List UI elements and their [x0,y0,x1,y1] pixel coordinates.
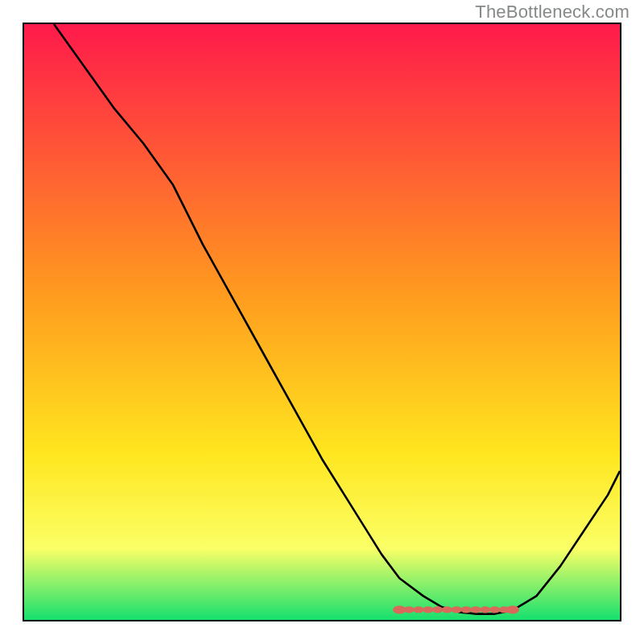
svg-point-10 [480,606,490,613]
svg-point-14 [506,605,519,613]
svg-point-6 [442,606,452,613]
svg-point-5 [432,606,443,613]
svg-point-11 [489,606,500,613]
svg-point-9 [470,606,481,613]
svg-point-4 [423,606,433,613]
svg-point-13 [393,605,406,613]
svg-point-3 [413,606,423,613]
watermark-text: TheBottleneck.com [475,2,630,23]
chart-optimal-band [24,24,620,620]
chart-plot-area [23,23,621,621]
svg-point-7 [452,606,462,613]
svg-point-8 [460,606,471,613]
